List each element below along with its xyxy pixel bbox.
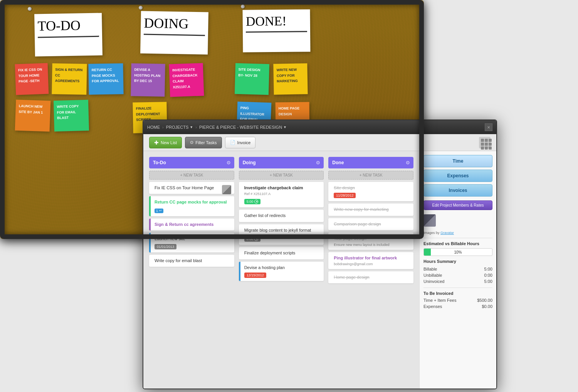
- sticky-note-n2: Sign & Return CC Agreements: [52, 63, 87, 95]
- pm-window: HOME › PROJECTS ▼ › PIERCE & PIERCE - WE…: [143, 119, 497, 389]
- invoice-icon: 📄: [230, 140, 235, 145]
- kanban-col-todo: To-Do ⊙ + NEW TASK Fix IE CSS on Tour Ho…: [149, 157, 234, 383]
- kanban-card[interactable]: Migrate blog content to jekyll format 0:…: [239, 224, 324, 245]
- kanban-card[interactable]: Launch new site 01/01/2013: [149, 233, 234, 252]
- card-date: 12/15/2012: [244, 273, 266, 278]
- pm-sidebar: Time Expenses Invoices Edit Project Memb…: [419, 151, 496, 389]
- sticky-note-n10: Write New Copy For Marketing: [273, 63, 307, 95]
- kanban-board: To-Do ⊙ + NEW TASK Fix IE CSS on Tour Ho…: [143, 151, 419, 389]
- todo-header-note: To-Do: [34, 13, 102, 56]
- col-settings-icon[interactable]: ⊙: [316, 160, 320, 165]
- kanban-card[interactable]: Comparison page design: [328, 218, 413, 230]
- done-header-note: Done!: [243, 9, 311, 52]
- col-settings-icon[interactable]: ⊙: [227, 160, 230, 165]
- col-header-todo: To-Do ⊙: [149, 157, 234, 168]
- card-title: Ping illustrator for final artwork: [334, 255, 410, 261]
- breadcrumb-arrow-2: ›: [195, 125, 197, 130]
- card-title: Fix IE CSS on Tour Home Page: [155, 185, 230, 191]
- card-sub: Ref # X251107.A: [244, 192, 320, 196]
- card-title: Finalize deployment scripts: [244, 250, 320, 256]
- pm-content: To-Do ⊙ + NEW TASK Fix IE CSS on Tour Ho…: [143, 151, 496, 389]
- card-badge: 1 ↩: [155, 209, 163, 213]
- new-task-done[interactable]: + NEW TASK: [328, 171, 413, 180]
- to-be-invoiced-section: To Be Invoiced Time + Item Fees $500.00 …: [423, 291, 492, 310]
- progress-bar-container: 10%: [423, 248, 492, 256]
- push-pin: [28, 7, 32, 11]
- view-toggle-button[interactable]: [479, 137, 491, 148]
- grid-cell: [485, 146, 488, 150]
- breadcrumb-projects[interactable]: PROJECTS ▼: [166, 125, 193, 130]
- kanban-card[interactable]: Sign & Return cc agreements: [149, 219, 234, 230]
- breadcrumb-project-name[interactable]: PIERCE & PIERCE - WEBSITE REDESIGN ▼: [199, 125, 287, 130]
- card-date: 01/01/2013: [155, 244, 176, 249]
- col-settings-icon[interactable]: ⊙: [406, 160, 410, 165]
- member-row: [423, 212, 492, 229]
- filter-tasks-button[interactable]: ⊙ Filter Tasks: [185, 137, 222, 148]
- kanban-card[interactable]: Investigate chargeback claim Ref # X2511…: [239, 182, 324, 207]
- card-title: Launch new site: [155, 236, 230, 242]
- col-header-done: Done ⊙: [328, 157, 413, 168]
- kanban-card[interactable]: Write new copy for marketing: [328, 204, 413, 215]
- kanban-col-done: Done ⊙ + NEW TASK Site design 11/28/2012…: [328, 157, 413, 383]
- sticky-note-n4: Launch New Site By Jan 1: [15, 99, 51, 131]
- grid-cell: [489, 146, 492, 150]
- push-pin: [241, 5, 245, 8]
- avatar: [222, 185, 231, 194]
- push-pin: [139, 6, 143, 10]
- card-title: Write new copy for marketing: [334, 207, 410, 212]
- new-list-button[interactable]: ✚ New List: [149, 137, 182, 148]
- to-be-invoiced-title: To Be Invoiced: [423, 291, 492, 296]
- pm-titlebar: HOME › PROJECTS ▼ › PIERCE & PIERCE - WE…: [143, 120, 496, 134]
- plus-icon: ✚: [154, 140, 159, 146]
- breadcrumb-home[interactable]: HOME: [147, 125, 160, 130]
- progress-bar-label: 10%: [424, 249, 492, 256]
- expenses-tab-button[interactable]: Expenses: [423, 170, 492, 182]
- grid-cell: [485, 143, 488, 146]
- card-title: Investigate chargeback claim: [244, 185, 320, 191]
- sticky-note-n1: Fix IE CSS on Tour Home Page -Seth: [15, 63, 49, 95]
- kanban-card[interactable]: Home page design: [328, 271, 413, 283]
- kanban-card[interactable]: Devise a hosting plan 12/15/2012: [239, 262, 324, 281]
- to-be-invoiced-expenses: Expenses $0.00: [423, 303, 492, 310]
- kanban-card[interactable]: Write copy for email blast: [149, 255, 234, 267]
- clock-icon: [254, 237, 258, 241]
- time-tab-button[interactable]: Time: [423, 155, 492, 167]
- edit-members-button[interactable]: Edit Project Members & Rates: [423, 200, 492, 210]
- to-be-invoiced-time: Time + Item Fees $500.00: [423, 297, 492, 303]
- card-title: Gather list of redirects: [244, 213, 320, 219]
- kanban-card[interactable]: Ping illustrator for final artwork bobdr…: [328, 252, 413, 269]
- kanban-col-doing: Doing ⊙ + NEW TASK Investigate chargebac…: [239, 157, 324, 383]
- gravatar-link[interactable]: Gravatar: [440, 231, 454, 235]
- kanban-card[interactable]: Return CC page mocks for approval 1 ↩: [149, 196, 234, 216]
- divider: [423, 288, 492, 288]
- kanban-card[interactable]: Fix IE CSS on Tour Home Page: [149, 182, 234, 194]
- sticky-note-n7: Investigate Chargeback Claim X251107.A: [169, 63, 204, 97]
- kanban-card[interactable]: Tour page design Ensure new menu layout …: [328, 232, 413, 249]
- clock-icon: [254, 200, 258, 204]
- doing-header-note: DOING: [140, 11, 208, 54]
- kanban-card[interactable]: Site design 11/28/2012: [328, 182, 413, 201]
- kanban-card[interactable]: Gather list of redirects: [239, 210, 324, 222]
- card-title: Tour page design: [334, 236, 410, 241]
- estimated-hours-title: Estimated vs Billable Hours: [423, 241, 492, 246]
- card-title: Migrate blog content to jekyll format: [244, 227, 320, 233]
- card-date: 11/28/2012: [334, 193, 356, 198]
- kanban-card[interactable]: Finalize deployment scripts: [239, 247, 324, 259]
- breadcrumb-arrow-1: ›: [162, 125, 164, 130]
- grid-cell: [489, 143, 492, 146]
- invoice-button[interactable]: 📄 Invoice: [225, 137, 256, 148]
- card-sub: Ensure new menu layout is included: [334, 243, 410, 247]
- new-task-todo[interactable]: + NEW TASK: [149, 171, 234, 180]
- card-timer: 0:00: [244, 236, 261, 242]
- grid-cell: [489, 139, 492, 142]
- card-timer: 5:00: [244, 199, 261, 204]
- card-title: Sign & Return cc agreements: [155, 222, 230, 227]
- card-title: Site design: [334, 185, 410, 191]
- breadcrumb: HOME › PROJECTS ▼ › PIERCE & PIERCE - WE…: [147, 125, 485, 130]
- close-button[interactable]: ✕: [485, 123, 492, 131]
- new-task-doing[interactable]: + NEW TASK: [239, 171, 324, 180]
- hours-row-uninvoiced: Uninvoiced 5:00: [423, 278, 492, 284]
- invoices-tab-button[interactable]: Invoices: [423, 184, 492, 197]
- hours-row-unbillable: Unbillable 0:00: [423, 272, 492, 278]
- gravatar-link-container: Images by Gravatar: [423, 230, 492, 235]
